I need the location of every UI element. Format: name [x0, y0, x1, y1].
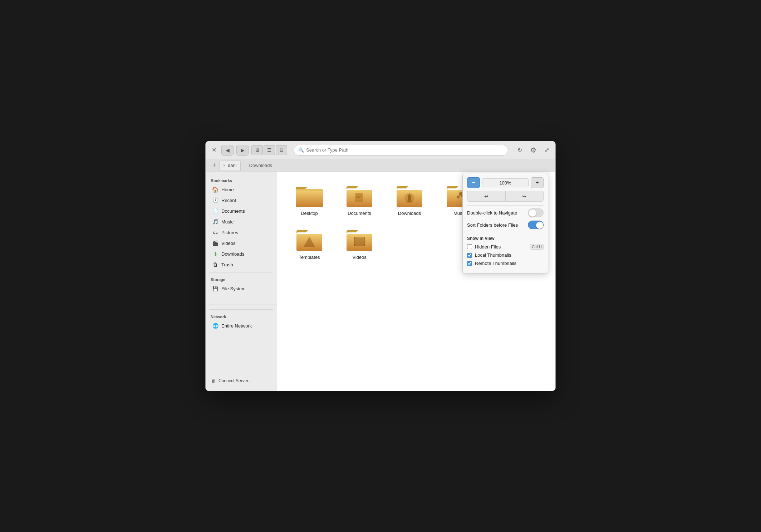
popup-divider-2: [467, 233, 544, 233]
svg-rect-37: [364, 244, 365, 246]
bookmarks-label: Bookmarks: [206, 176, 277, 184]
view-options-popup: − 100% + ↩ ↪ Double-click to Navigate So…: [462, 173, 548, 274]
main-window: ✕ ◀ ▶ ⊞ ☰ ⊟ 🔍 ↻ ⚙ ⤢ + × dani Downloads B…: [205, 141, 556, 391]
file-label-templates: Templates: [299, 255, 320, 260]
double-click-toggle[interactable]: [528, 208, 544, 217]
svg-rect-3: [296, 191, 323, 207]
view-grid-button[interactable]: ⊞: [251, 145, 263, 155]
folder-templates-icon: [295, 227, 324, 252]
local-thumbnails-label: Local Thumbnails: [475, 252, 544, 258]
tab-close-icon[interactable]: ×: [223, 163, 226, 168]
remote-thumbnails-checkbox[interactable]: [467, 261, 472, 266]
file-label-downloads: Downloads: [398, 211, 421, 216]
sidebar-home-label: Home: [221, 187, 234, 192]
search-icon: 🔍: [298, 147, 304, 153]
forward-button[interactable]: ▶: [236, 145, 249, 156]
show-in-view-label: Show in View: [467, 236, 544, 241]
zoom-row: − 100% +: [467, 177, 544, 188]
sidebar-item-downloads[interactable]: ⬇ Downloads: [207, 249, 275, 259]
refresh-button[interactable]: ↻: [515, 145, 525, 155]
storage-label: Storage: [206, 275, 277, 283]
double-click-label: Double-click to Navigate: [467, 210, 517, 216]
sidebar-item-home[interactable]: 🏠 Home: [207, 184, 275, 194]
sidebar-documents-label: Documents: [221, 208, 245, 214]
close-button[interactable]: ✕: [209, 146, 219, 155]
svg-rect-34: [354, 244, 355, 246]
downloads-icon: ⬇: [212, 251, 219, 257]
sidebar-item-videos[interactable]: 🎬 Videos: [207, 238, 275, 248]
folder-documents-icon: [345, 183, 374, 208]
tabbar: + × dani Downloads: [206, 159, 555, 172]
tab-name: dani: [228, 163, 237, 168]
popup-divider-1: [467, 205, 544, 206]
local-thumbnails-checkbox[interactable]: [467, 253, 472, 258]
videos-icon: 🎬: [212, 240, 219, 246]
file-label-desktop: Desktop: [301, 211, 318, 216]
view-list-button[interactable]: ☰: [264, 145, 275, 155]
titlebar: ✕ ◀ ▶ ⊞ ☰ ⊟ 🔍 ↻ ⚙ ⤢: [206, 141, 555, 159]
popup-nav-row: ↩ ↪: [467, 191, 544, 202]
connect-server-icon: 🖥: [211, 378, 216, 384]
sidebar-entire-network-label: Entire Network: [221, 323, 252, 329]
connect-server-label: Connect Server...: [219, 378, 252, 383]
gear-button[interactable]: ⚙: [527, 144, 539, 156]
sort-folders-label: Sort Folders before Files: [467, 222, 518, 228]
file-item-documents[interactable]: Documents: [342, 183, 377, 216]
search-bar: 🔍: [294, 145, 508, 156]
connect-server-button[interactable]: 🖥 Connect Server...: [206, 374, 277, 387]
sidebar: Bookmarks 🏠 Home 🕐 Recent 📄 Documents 🎵 …: [206, 172, 277, 391]
zoom-value-display: 100%: [482, 178, 529, 187]
double-click-knob: [529, 210, 536, 217]
sidebar-item-trash[interactable]: 🗑 Trash: [207, 260, 275, 270]
filesystem-scroll-indicator: [206, 305, 277, 305]
sidebar-recent-label: Recent: [221, 198, 236, 203]
hidden-files-shortcut: Ctrl H: [530, 244, 544, 250]
file-item-templates[interactable]: Templates: [291, 227, 327, 260]
sidebar-filesystem-label: File System: [221, 286, 246, 291]
filesystem-icon: 💾: [212, 285, 219, 292]
sidebar-downloads-label: Downloads: [221, 251, 244, 257]
sidebar-item-music[interactable]: 🎵 Music: [207, 217, 275, 227]
back-button[interactable]: ◀: [221, 145, 234, 156]
svg-rect-9: [356, 197, 360, 198]
hidden-files-checkbox[interactable]: [467, 244, 472, 249]
sidebar-item-documents[interactable]: 📄 Documents: [207, 206, 275, 216]
popup-forward-button[interactable]: ↪: [505, 191, 544, 202]
sort-folders-toggle[interactable]: [528, 221, 544, 229]
file-item-desktop[interactable]: Desktop: [291, 183, 327, 216]
entire-network-icon: 🌐: [212, 322, 219, 329]
fullscreen-button[interactable]: ⤢: [542, 145, 552, 155]
remote-thumbnails-label: Remote Thumbnails: [475, 261, 544, 266]
home-icon: 🏠: [212, 186, 219, 193]
zoom-increase-button[interactable]: +: [531, 177, 544, 188]
svg-rect-14: [407, 201, 412, 202]
pictures-icon: 🗂: [212, 229, 219, 236]
sidebar-divider-1: [209, 272, 273, 272]
view-columns-button[interactable]: ⊟: [276, 145, 287, 155]
sort-folders-toggle-row: Sort Folders before Files: [467, 221, 544, 229]
sort-folders-knob: [536, 222, 543, 229]
svg-rect-35: [364, 237, 365, 239]
svg-rect-36: [364, 241, 365, 242]
sidebar-item-recent[interactable]: 🕐 Recent: [207, 195, 275, 205]
sidebar-item-filesystem[interactable]: 💾 File System: [207, 284, 275, 294]
new-tab-button[interactable]: +: [209, 161, 219, 170]
search-input[interactable]: [306, 147, 504, 153]
folder-downloads-icon: [395, 183, 424, 208]
sidebar-item-entire-network[interactable]: 🌐 Entire Network: [207, 321, 275, 331]
sidebar-music-label: Music: [221, 219, 234, 225]
tab-dani[interactable]: × dani: [219, 160, 241, 171]
file-item-videos[interactable]: Videos: [342, 227, 377, 260]
popup-back-button[interactable]: ↩: [467, 191, 505, 202]
zoom-decrease-button[interactable]: −: [467, 177, 480, 188]
file-item-downloads[interactable]: Downloads: [392, 183, 427, 216]
recent-icon: 🕐: [212, 197, 219, 203]
file-label-documents: Documents: [348, 211, 371, 216]
local-thumbnails-row: Local Thumbnails: [467, 252, 544, 258]
sidebar-videos-label: Videos: [221, 241, 236, 246]
svg-rect-33: [354, 241, 355, 242]
svg-rect-7: [356, 194, 362, 195]
sidebar-trash-label: Trash: [221, 262, 233, 267]
svg-rect-31: [354, 237, 365, 246]
sidebar-item-pictures[interactable]: 🗂 Pictures: [207, 227, 275, 237]
